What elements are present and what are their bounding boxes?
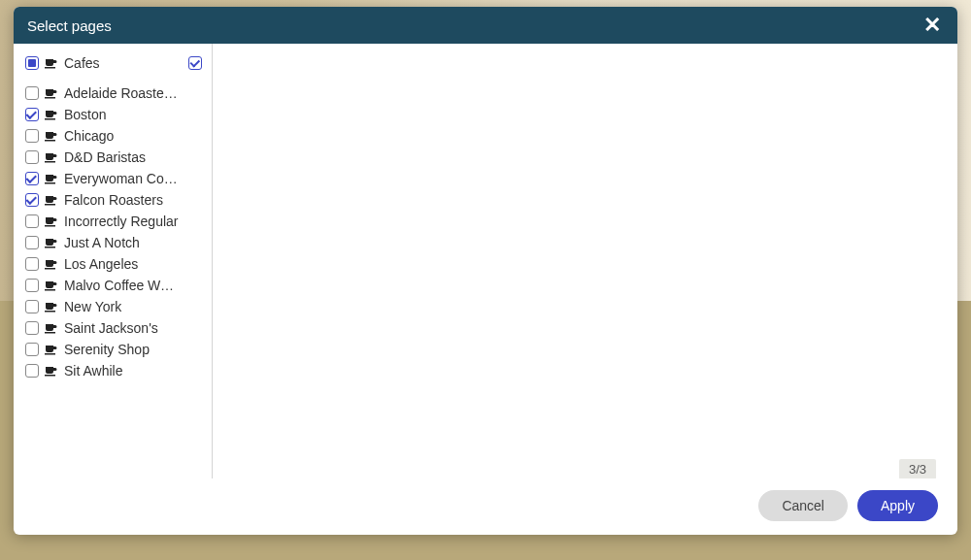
- apply-button[interactable]: Apply: [857, 490, 938, 521]
- tree-panel: Cafes Adelaide Roastery ...BostonChicago…: [14, 44, 213, 478]
- checkbox-partial[interactable]: [25, 56, 39, 70]
- tree-item[interactable]: Falcon Roasters: [14, 189, 212, 211]
- count-badge: 3/3: [899, 459, 936, 478]
- tree-item[interactable]: Everywoman Coffee...: [14, 168, 212, 189]
- tree-item[interactable]: Just A Notch: [14, 232, 212, 253]
- checkbox[interactable]: [25, 172, 39, 185]
- cup-icon: [45, 57, 58, 69]
- cup-icon: [45, 173, 58, 184]
- cup-icon: [45, 280, 58, 291]
- cup-icon: [45, 258, 58, 270]
- cup-icon: [45, 301, 58, 313]
- checkbox[interactable]: [25, 86, 39, 100]
- checkbox[interactable]: [25, 236, 39, 249]
- tree-parent-cafes[interactable]: Cafes: [14, 51, 212, 75]
- checkbox[interactable]: [25, 193, 39, 207]
- cup-icon: [45, 130, 58, 142]
- tree-item-label: Falcon Roasters: [64, 192, 163, 208]
- cup-icon: [45, 344, 58, 355]
- modal-footer: Cancel Apply: [14, 478, 957, 535]
- checkbox[interactable]: [25, 300, 39, 313]
- cup-icon: [45, 109, 58, 120]
- modal-header: Select pages ✕: [14, 7, 957, 44]
- tree-item-label: Incorrectly Regular: [64, 214, 179, 229]
- tree-item-label: New York: [64, 299, 121, 314]
- tree-item[interactable]: Adelaide Roastery ...: [14, 82, 212, 104]
- cup-icon: [45, 215, 58, 227]
- content-panel: 3/3: [213, 44, 957, 478]
- tree-item-label: Everywoman Coffee...: [64, 171, 181, 186]
- tree-item[interactable]: Incorrectly Regular: [14, 211, 212, 232]
- tree-item[interactable]: Los Angeles: [14, 253, 212, 275]
- checkbox[interactable]: [25, 214, 39, 228]
- cancel-button[interactable]: Cancel: [758, 490, 848, 521]
- checkbox[interactable]: [25, 108, 39, 121]
- modal-title: Select pages: [27, 17, 112, 34]
- tree-item-label: Los Angeles: [64, 256, 138, 272]
- tree-item-label: Serenity Shop: [64, 342, 150, 357]
- tree-item-label: Malvo Coffee Works: [64, 278, 181, 293]
- close-icon: ✕: [923, 15, 941, 36]
- cup-icon: [45, 322, 58, 334]
- tree-item-label: Boston: [64, 107, 107, 122]
- cup-icon: [45, 194, 58, 206]
- tree-item-label: Chicago: [64, 128, 114, 144]
- checkbox[interactable]: [25, 321, 39, 335]
- tree-item-label: Adelaide Roastery ...: [64, 85, 181, 101]
- tree-item-label: Saint Jackson's: [64, 320, 158, 336]
- tree-parent-label: Cafes: [64, 55, 100, 71]
- tree-item[interactable]: Sit Awhile: [14, 360, 212, 381]
- tree-item-label: Just A Notch: [64, 235, 140, 250]
- cup-icon: [45, 237, 58, 248]
- tree-item[interactable]: Saint Jackson's: [14, 317, 212, 339]
- tree-item[interactable]: Chicago: [14, 125, 212, 147]
- cup-icon: [45, 151, 58, 163]
- tree-item[interactable]: New York: [14, 296, 212, 317]
- tree-item-label: D&D Baristas: [64, 149, 146, 165]
- checkbox[interactable]: [25, 150, 39, 164]
- cup-icon: [45, 87, 58, 99]
- tree-item[interactable]: Boston: [14, 104, 212, 125]
- modal-body: Cafes Adelaide Roastery ...BostonChicago…: [14, 44, 957, 478]
- checkbox[interactable]: [25, 343, 39, 356]
- tree-item[interactable]: Serenity Shop: [14, 339, 212, 360]
- tree-item-label: Sit Awhile: [64, 363, 122, 379]
- tree-item[interactable]: D&D Baristas: [14, 147, 212, 168]
- cup-icon: [45, 365, 58, 377]
- checkbox[interactable]: [25, 129, 39, 143]
- checkbox[interactable]: [25, 257, 39, 271]
- select-pages-modal: Select pages ✕ Cafes Adelaide Roastery .…: [14, 7, 957, 535]
- checkbox[interactable]: [25, 279, 39, 292]
- close-button[interactable]: ✕: [921, 14, 944, 37]
- tree-item[interactable]: Malvo Coffee Works: [14, 275, 212, 296]
- expand-toggle[interactable]: [188, 56, 202, 70]
- checkbox[interactable]: [25, 364, 39, 378]
